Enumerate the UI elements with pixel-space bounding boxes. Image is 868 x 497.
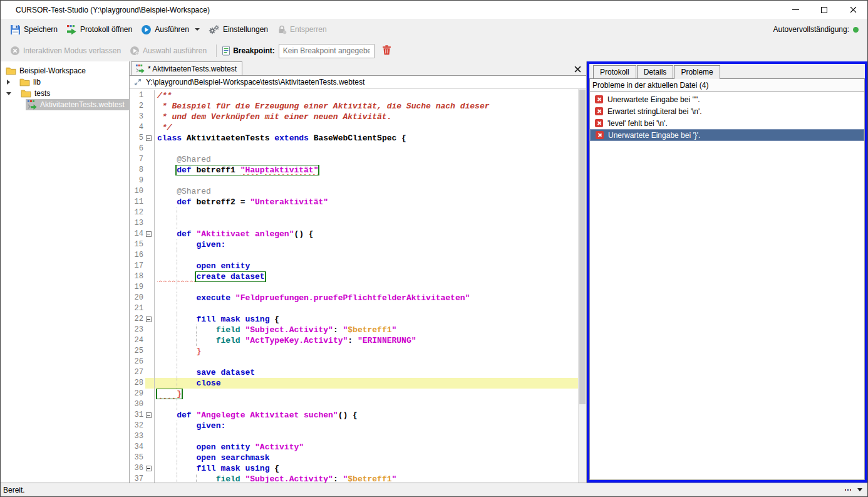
fold-gutter[interactable] bbox=[145, 314, 155, 325]
dropdown-caret-icon[interactable] bbox=[195, 28, 200, 31]
open-log-button[interactable]: Protokoll öffnen bbox=[62, 22, 137, 37]
delete-breakpoint-button[interactable] bbox=[381, 43, 393, 58]
code-line[interactable]: 28 close bbox=[130, 378, 578, 389]
tab-probleme[interactable]: Probleme bbox=[674, 65, 720, 79]
folder-icon bbox=[19, 78, 30, 86]
code-line[interactable]: 15 given: bbox=[130, 239, 578, 250]
tree-item-tests[interactable]: tests bbox=[1, 88, 129, 99]
code-line[interactable]: 26 bbox=[130, 357, 578, 367]
line-number: 30 bbox=[130, 399, 145, 410]
code-line[interactable]: 19 bbox=[130, 282, 578, 293]
close-button[interactable] bbox=[839, 1, 867, 19]
settings-button[interactable]: Einstellungen bbox=[204, 22, 272, 37]
expander-collapsed-icon[interactable] bbox=[7, 80, 10, 85]
expander-expanded-icon[interactable] bbox=[6, 92, 11, 95]
code-line[interactable]: 20 execute "Feldpruefungen.pruefePflicht… bbox=[130, 293, 578, 303]
code-line[interactable]: 35 open searchmask bbox=[130, 453, 578, 463]
code-line[interactable]: 5class AktivitaetenTests extends BaseWeb… bbox=[130, 133, 578, 144]
code-line[interactable]: 36 fill mask using { bbox=[130, 463, 578, 474]
code-line[interactable]: 8 def betreff1 "Hauptaktivität" bbox=[130, 165, 578, 175]
code-line[interactable]: 3 * und dem Verknüpfen mit einer neuen A… bbox=[130, 112, 578, 122]
fold-gutter bbox=[145, 90, 155, 101]
fold-gutter bbox=[145, 122, 155, 133]
status-overflow[interactable] bbox=[845, 488, 862, 491]
fold-gutter bbox=[145, 453, 155, 463]
code-line[interactable]: 17 open entity bbox=[130, 261, 578, 271]
titlebar: CURSOR-Test-Studio (Y:\playground\Beispi… bbox=[1, 1, 867, 19]
code-editor[interactable]: 1/**2 * Beispiel für die Erzeugung einer… bbox=[130, 89, 578, 483]
code-line[interactable]: 18 create dataset bbox=[130, 271, 578, 282]
fold-icon bbox=[146, 466, 152, 471]
maximize-button[interactable] bbox=[810, 1, 839, 19]
problem-row[interactable]: Unerwartete Eingabe bei '"'. bbox=[590, 93, 864, 105]
code-line[interactable]: 7 @Shared bbox=[130, 154, 578, 165]
line-number: 27 bbox=[130, 367, 145, 378]
editor-pane: * AktivitaetenTests.webtest Y:\playgroun… bbox=[130, 61, 587, 483]
line-number: 28 bbox=[130, 378, 145, 389]
code-line[interactable]: 33 bbox=[130, 431, 578, 442]
line-number: 34 bbox=[130, 442, 145, 453]
code-line[interactable]: 23 field "Subject.Activity": "$betreff1" bbox=[130, 325, 578, 335]
editor-tab[interactable]: * AktivitaetenTests.webtest bbox=[131, 61, 242, 75]
fold-gutter bbox=[145, 250, 155, 261]
fold-gutter bbox=[145, 165, 155, 175]
code-line[interactable]: 30 bbox=[130, 399, 578, 410]
line-number: 32 bbox=[130, 421, 145, 431]
fold-gutter bbox=[145, 218, 155, 229]
breakpoint-input[interactable] bbox=[279, 44, 375, 58]
run-selection-icon bbox=[130, 46, 140, 56]
code-line[interactable]: 13 bbox=[130, 218, 578, 229]
code-line[interactable]: 37 field "Subject.Activity": "$betreff1" bbox=[130, 474, 578, 483]
code-line[interactable]: 14 def "Aktitivaet anlegen"() { bbox=[130, 229, 578, 239]
editor-close-button[interactable] bbox=[573, 65, 582, 73]
code-line[interactable]: 2 * Beispiel für die Erzeugung einer Akt… bbox=[130, 101, 578, 112]
minimize-button[interactable] bbox=[781, 1, 810, 19]
problem-text: Unerwartete Eingabe bei '}'. bbox=[608, 131, 700, 140]
tree-item-lib[interactable]: lib bbox=[1, 76, 129, 88]
error-icon bbox=[595, 95, 603, 103]
collapse-icon[interactable] bbox=[134, 78, 142, 86]
line-number: 20 bbox=[130, 293, 145, 303]
code-line[interactable]: 9 bbox=[130, 175, 578, 186]
code-line[interactable]: 21 bbox=[130, 303, 578, 314]
tree-item-label: lib bbox=[33, 78, 41, 86]
line-number: 10 bbox=[130, 186, 145, 197]
code-line[interactable]: 10 @Shared bbox=[130, 186, 578, 197]
line-number: 13 bbox=[130, 218, 145, 229]
fold-gutter[interactable] bbox=[145, 229, 155, 239]
scrollbar-thumb[interactable] bbox=[579, 90, 586, 404]
fold-gutter[interactable] bbox=[145, 133, 155, 144]
tab-details[interactable]: Details bbox=[637, 65, 674, 78]
fold-gutter bbox=[145, 474, 155, 483]
code-line[interactable]: 6 bbox=[130, 144, 578, 154]
problem-row[interactable]: Unerwartete Eingabe bei '}'. bbox=[590, 129, 864, 141]
code-line[interactable]: 31 def "Angelegte Aktivitaet suchen"() { bbox=[130, 410, 578, 421]
problem-row[interactable]: 'level' fehlt bei '\n'. bbox=[590, 117, 864, 129]
code-line[interactable]: 24 field "ActTypeKey.Activity": "ERINNER… bbox=[130, 335, 578, 346]
code-line[interactable]: 32 given: bbox=[130, 421, 578, 431]
close-icon bbox=[850, 6, 857, 13]
tab-protokoll[interactable]: Protokoll bbox=[593, 65, 636, 78]
code-line[interactable]: 29 } bbox=[130, 389, 578, 399]
tree-item-workspace-root[interactable]: Beispiel-Workspace bbox=[1, 65, 129, 76]
code-line[interactable]: 4 */ bbox=[130, 122, 578, 133]
code-line[interactable]: 16 bbox=[130, 250, 578, 261]
code-line[interactable]: 27 save dataset bbox=[130, 367, 578, 378]
problems-tabstrip: Protokoll Details Probleme bbox=[589, 64, 865, 79]
code-line[interactable]: 11 def betreff2 = "Unteraktivität" bbox=[130, 197, 578, 207]
code-line[interactable]: 12 bbox=[130, 207, 578, 218]
code-line[interactable]: 22 fill mask using { bbox=[130, 314, 578, 325]
editor-scrollbar[interactable] bbox=[578, 89, 586, 483]
code-line[interactable]: 25 } bbox=[130, 346, 578, 357]
fold-gutter[interactable] bbox=[145, 410, 155, 421]
fold-gutter[interactable] bbox=[145, 463, 155, 474]
code-line[interactable]: 1/** bbox=[130, 90, 578, 101]
fold-gutter bbox=[145, 112, 155, 122]
line-number: 7 bbox=[130, 154, 145, 165]
line-number: 4 bbox=[130, 122, 145, 133]
problem-row[interactable]: Erwartet stringLiteral bei '\n'. bbox=[590, 105, 864, 117]
tree-item-webtest-file[interactable]: AktivitaetenTests.webtest bbox=[26, 99, 129, 110]
run-button[interactable]: Ausführen bbox=[137, 22, 204, 38]
code-line[interactable]: 34 open entity "Activity" bbox=[130, 442, 578, 453]
save-button[interactable]: Speichern bbox=[6, 22, 62, 38]
